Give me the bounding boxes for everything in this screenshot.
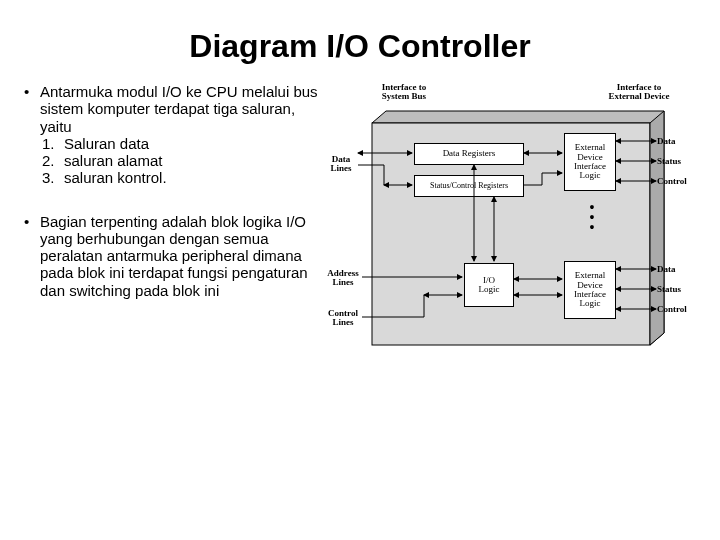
bullet-2: • Bagian terpenting adalah blok logika I… bbox=[24, 213, 324, 299]
bullet-2-text: Bagian terpenting adalah blok logika I/O… bbox=[40, 213, 324, 299]
list-item-text: saluran kontrol. bbox=[64, 169, 167, 186]
list-item: 2.saluran alamat bbox=[42, 152, 324, 169]
content-row: • Antarmuka modul I/O ke CPU melalui bus… bbox=[0, 83, 720, 403]
text-column: • Antarmuka modul I/O ke CPU melalui bus… bbox=[24, 83, 324, 403]
bullet-1: • Antarmuka modul I/O ke CPU melalui bus… bbox=[24, 83, 324, 187]
bullet-dot: • bbox=[24, 83, 40, 187]
page-title: Diagram I/O Controller bbox=[0, 0, 720, 83]
list-item-text: Saluran data bbox=[64, 135, 149, 152]
bullet-dot: • bbox=[24, 213, 40, 299]
numbered-list: 1.Saluran data 2.saluran alamat 3.salura… bbox=[42, 135, 324, 187]
diagram-arrows bbox=[324, 83, 694, 383]
list-item: 3.saluran kontrol. bbox=[42, 169, 324, 186]
list-item-text: saluran alamat bbox=[64, 152, 162, 169]
io-controller-diagram: Interface toSystem Bus Interface toExter… bbox=[324, 83, 696, 403]
bullet-1-text: Antarmuka modul I/O ke CPU melalui bus s… bbox=[40, 83, 318, 135]
list-item: 1.Saluran data bbox=[42, 135, 324, 152]
